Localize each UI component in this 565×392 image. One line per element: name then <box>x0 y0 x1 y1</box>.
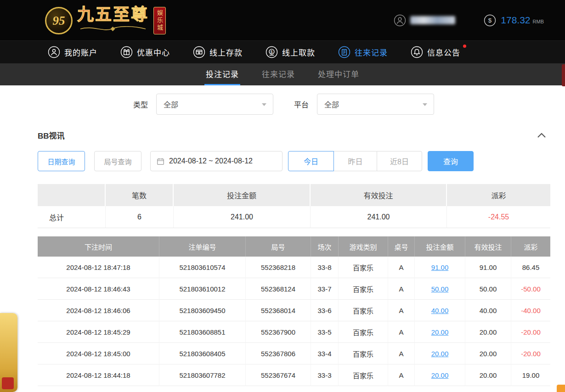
record-tabs: 投注记录 往来记录 处理中订单 <box>0 63 565 85</box>
cell-game-type: 百家乐 <box>339 278 388 300</box>
edge-floating-button[interactable] <box>562 64 565 86</box>
floating-widget-left-button[interactable] <box>2 377 14 389</box>
logo-flourish-icon <box>79 25 147 34</box>
type-select[interactable]: 全部 <box>156 94 273 115</box>
logo-coin-icon: 95 <box>45 7 73 34</box>
logo-badge: 娱乐城 <box>153 7 166 34</box>
section-header: BB视讯 <box>38 129 550 141</box>
cell-table-no: A <box>388 300 415 321</box>
cell-round: 552368218 <box>246 257 311 278</box>
cell-game-type: 百家乐 <box>339 343 388 364</box>
caret-down-icon <box>262 103 266 106</box>
floating-widget-right[interactable] <box>557 385 565 392</box>
top-header: 95 九五至尊 娱乐城 $ 178.32 RMB <box>0 0 565 40</box>
query-row: 日期查询 局号查询 2024-08-12 ~ 2024-08-12 今日 昨日 … <box>38 151 550 171</box>
content: 类型 全部 平台 全部 BB视讯 日期查询 局号查询 2024-08- <box>0 94 565 386</box>
cell-session: 33-7 <box>311 278 339 300</box>
col-session: 场次 <box>311 236 339 257</box>
cell-valid-bet: 40.00 <box>465 300 511 321</box>
col-bet-id: 注单编号 <box>159 236 246 257</box>
section-title: BB视讯 <box>38 129 65 141</box>
cell-round: 552368014 <box>246 300 311 321</box>
withdraw-icon: $ <box>266 46 278 58</box>
bet-amount-link[interactable]: 91.00 <box>431 263 449 271</box>
records-icon <box>338 46 350 58</box>
main-nav: 我的账户 优惠中心 线上存款 $ 线上取款 往来记录 信息公告 <box>0 40 565 63</box>
summary-valid-bet: 241.00 <box>311 206 447 228</box>
cell-valid-bet: 91.00 <box>465 257 511 278</box>
bet-amount-link[interactable]: 20.00 <box>431 328 449 336</box>
col-payout: 派彩 <box>511 236 550 257</box>
bet-amount-link[interactable]: 40.00 <box>431 307 449 314</box>
cell-bet-time: 2024-08-12 18:44:18 <box>38 364 159 386</box>
nav-item-promotions[interactable]: 优惠中心 <box>120 46 170 58</box>
tab-transaction-records[interactable]: 往来记录 <box>260 63 296 85</box>
username-redacted <box>410 16 455 24</box>
cell-bet-time: 2024-08-12 18:46:06 <box>38 300 159 321</box>
date-query-button[interactable]: 日期查询 <box>38 151 85 171</box>
cell-bet-time: 2024-08-12 18:46:43 <box>38 278 159 300</box>
logo-title: 九五至尊 <box>77 6 149 24</box>
search-button[interactable]: 查询 <box>428 151 474 171</box>
cell-bet-time: 2024-08-12 18:45:00 <box>38 343 159 364</box>
quick-date-group: 今日 昨日 近8日 <box>288 151 422 171</box>
cell-round: 552367900 <box>246 321 311 343</box>
date-range-value: 2024-08-12 ~ 2024-08-12 <box>169 157 253 165</box>
nav-item-withdraw[interactable]: $ 线上取款 <box>266 46 315 58</box>
summary-bet-amount: 241.00 <box>174 206 311 228</box>
floating-widget-left[interactable] <box>0 313 17 392</box>
bell-icon <box>411 46 423 58</box>
nav-label: 线上存款 <box>209 46 243 58</box>
cell-bet-id: 521803610012 <box>159 278 246 300</box>
summary-header-count: 笔数 <box>106 184 174 206</box>
summary-payout: -24.55 <box>447 206 550 228</box>
cell-bet-id: 521803608405 <box>159 343 246 364</box>
nav-item-records[interactable]: 往来记录 <box>338 46 388 58</box>
logo-text: 九五至尊 <box>77 6 149 34</box>
cell-table-no: A <box>388 278 415 300</box>
nav-label: 往来记录 <box>355 46 388 58</box>
cell-payout: -20.00 <box>511 343 550 364</box>
filter-row: 类型 全部 平台 全部 <box>38 94 550 115</box>
platform-select[interactable]: 全部 <box>317 94 434 115</box>
type-filter-label: 类型 <box>133 99 148 110</box>
tab-bet-records[interactable]: 投注记录 <box>204 63 240 85</box>
svg-text:$: $ <box>488 17 492 24</box>
today-button[interactable]: 今日 <box>288 151 334 171</box>
cell-game-type: 百家乐 <box>339 300 388 321</box>
type-select-value: 全部 <box>164 99 178 110</box>
bet-amount-link[interactable]: 50.00 <box>431 285 449 293</box>
cell-bet-time: 2024-08-12 18:47:18 <box>38 257 159 278</box>
caret-down-icon <box>423 103 427 106</box>
gift-icon <box>120 46 133 58</box>
notification-dot <box>463 45 466 48</box>
cell-game-type: 百家乐 <box>339 257 388 278</box>
col-game-type: 游戏类别 <box>339 236 388 257</box>
bet-amount-link[interactable]: 20.00 <box>431 350 449 358</box>
cell-bet-id: 521803610574 <box>159 257 246 278</box>
last8days-button[interactable]: 近8日 <box>377 151 422 171</box>
yesterday-button[interactable]: 昨日 <box>333 151 377 171</box>
collapse-chevron-icon[interactable] <box>537 132 550 139</box>
nav-item-my-account[interactable]: 我的账户 <box>48 46 97 58</box>
round-query-button[interactable]: 局号查询 <box>94 151 141 171</box>
summary-total-label: 总计 <box>38 206 106 228</box>
nav-item-announcements[interactable]: 信息公告 <box>411 46 460 58</box>
summary-header-empty <box>38 184 106 206</box>
platform-select-value: 全部 <box>324 99 339 110</box>
nav-item-deposit[interactable]: 线上存款 <box>193 46 243 58</box>
tab-processing-orders[interactable]: 处理中订单 <box>316 63 361 85</box>
page: 95 九五至尊 娱乐城 $ 178.32 RMB 我的账户 <box>0 0 565 392</box>
cell-valid-bet: 50.00 <box>465 278 511 300</box>
cell-session: 33-3 <box>311 364 339 386</box>
summary-header-payout: 派彩 <box>447 184 550 206</box>
platform-filter-label: 平台 <box>294 99 309 110</box>
calendar-icon <box>157 157 164 165</box>
account-icon <box>48 46 60 58</box>
date-range-input[interactable]: 2024-08-12 ~ 2024-08-12 <box>150 151 282 171</box>
site-logo[interactable]: 95 九五至尊 娱乐城 <box>45 6 166 34</box>
balance-coin-icon: $ <box>484 14 496 27</box>
cell-table-no: A <box>388 257 415 278</box>
bet-amount-link[interactable]: 20.00 <box>431 371 449 379</box>
cell-session: 33-8 <box>311 257 339 278</box>
